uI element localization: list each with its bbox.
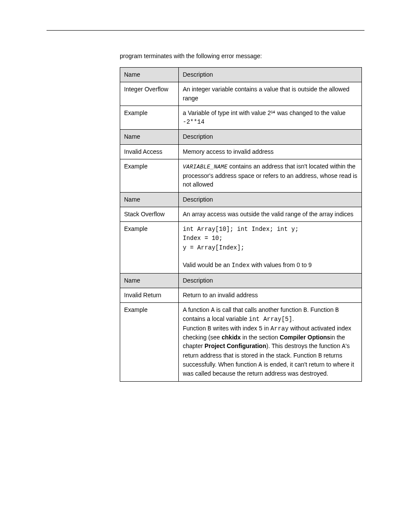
cell-bold: chkidx — [222, 334, 241, 341]
cell-mono: Index — [232, 262, 250, 269]
table-row: Integer Overflow An integer variable con… — [120, 82, 362, 106]
cell-mono: -2**14 — [183, 118, 204, 125]
cell-name: Integer Overflow — [120, 82, 179, 106]
cell-name: Invalid Access — [120, 144, 179, 159]
cell-text: ). This destroys the function — [266, 342, 342, 349]
cell-text: is call that calls another function — [215, 306, 303, 313]
error-table: Name Description Integer Overflow An int… — [120, 67, 362, 382]
cell-text: writes with index — [211, 325, 258, 332]
cell-text: . — [292, 315, 294, 322]
cell-desc: a Variable of type int with value 2¹⁴ wa… — [179, 106, 362, 130]
cell-text: . Function — [307, 306, 335, 313]
cell-mono: B — [335, 307, 339, 314]
table-header: Name Description — [120, 273, 362, 288]
cell-text: Function — [183, 325, 208, 332]
table-row: Example VARIABLE_NAME contains an addres… — [120, 159, 362, 192]
header-cell-desc: Description — [179, 273, 362, 288]
header-rule — [47, 30, 364, 31]
code-line: y = Array[Index]; — [183, 244, 244, 251]
cell-text: A function — [183, 306, 211, 313]
table-row: Invalid Return Return to an invalid addr… — [120, 288, 362, 302]
header-cell-desc: Description — [179, 68, 362, 82]
cell-mono: B — [208, 325, 211, 332]
code-line: Index = 10; — [183, 235, 222, 242]
cell-var: VARIABLE_NAME — [183, 164, 227, 170]
header-cell-desc: Description — [179, 192, 362, 207]
table-row: Example A function A is call that calls … — [120, 303, 362, 381]
header-cell-desc: Description — [179, 130, 362, 144]
header-cell-name: Name — [120, 68, 179, 82]
table-row: Invalid Access Memory access to invalid … — [120, 144, 362, 159]
cell-text: contains a local variable — [183, 315, 249, 322]
cell-text: in the section — [241, 334, 280, 341]
cell-desc: int Array[10]; int Index; int y; Index =… — [179, 222, 362, 273]
cell-mono: int Array[5] — [249, 316, 293, 323]
cell-mono: A — [211, 307, 215, 314]
header-cell-name: Name — [120, 130, 179, 144]
code-line: int Array[10]; int Index; int y; — [183, 226, 299, 233]
table-row: Stack Overflow An array access was outsi… — [120, 207, 362, 221]
cell-mono: 5 — [259, 325, 262, 332]
table-header: Name Description — [120, 68, 362, 82]
cell-text: Valid would be an — [183, 261, 231, 268]
cell-name: Example — [120, 106, 179, 130]
cell-mono: B — [318, 352, 322, 359]
cell-mono: Array — [271, 325, 289, 332]
cell-bold: Project Configuration — [205, 342, 266, 349]
cell-name: Example — [120, 159, 179, 192]
intro-text: program terminates with the following er… — [120, 52, 262, 61]
table-row: Example a Variable of type int with valu… — [120, 106, 362, 130]
document-page: program terminates with the following er… — [0, 0, 411, 532]
cell-desc: Memory access to invalid address — [179, 144, 362, 159]
table-header: Name Description — [120, 130, 362, 144]
header-cell-name: Name — [120, 273, 179, 288]
cell-desc: Return to an invalid address — [179, 288, 362, 302]
cell-mono: A — [258, 361, 262, 368]
cell-desc: An array access was outside the valid ra… — [179, 207, 362, 221]
cell-name: Example — [120, 222, 179, 273]
cell-bold: Compiler Options — [280, 334, 330, 341]
cell-text: a Variable of type int with value 2¹⁴ wa… — [183, 109, 346, 116]
cell-desc: VARIABLE_NAME contains an address that i… — [179, 159, 362, 192]
cell-name: Example — [120, 303, 179, 381]
cell-desc: An integer variable contains a value tha… — [179, 82, 362, 106]
cell-desc: A function A is call that calls another … — [179, 303, 362, 381]
cell-name: Stack Overflow — [120, 207, 179, 221]
cell-name: Invalid Return — [120, 288, 179, 302]
table-row: Example int Array[10]; int Index; int y;… — [120, 222, 362, 273]
cell-text: with values from 0 to 9 — [250, 261, 312, 268]
table-header: Name Description — [120, 192, 362, 207]
cell-text: in — [262, 325, 271, 332]
cell-mono: A — [342, 343, 346, 350]
cell-mono: B — [303, 307, 307, 314]
header-cell-name: Name — [120, 192, 179, 207]
